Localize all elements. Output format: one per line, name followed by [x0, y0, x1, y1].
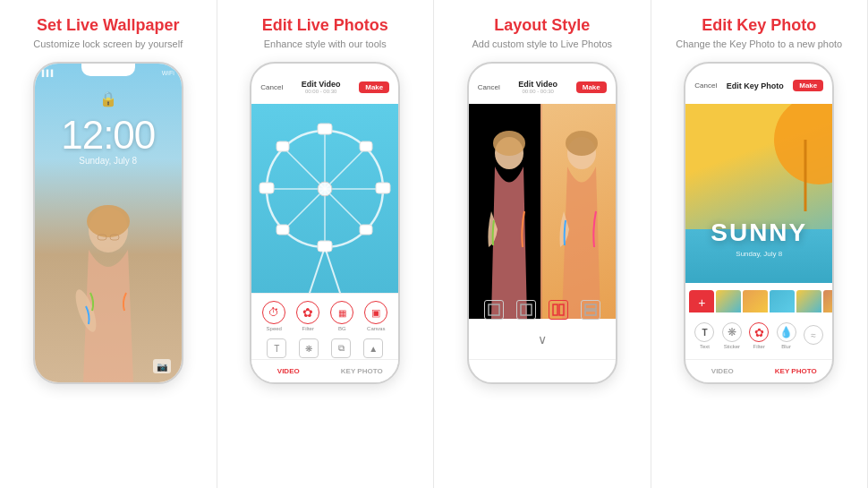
girl-right	[542, 104, 616, 319]
svg-rect-14	[376, 183, 390, 193]
svg-rect-15	[277, 141, 289, 151]
photo-thumb-2[interactable]	[743, 290, 768, 315]
svg-rect-11	[318, 124, 332, 134]
sticker-tool-2[interactable]: ❋	[299, 338, 319, 358]
toolbar-row2-2: T ❋ ⧉ ▲	[251, 335, 398, 362]
svg-point-33	[770, 104, 832, 201]
nav-cancel-3[interactable]: Cancel	[478, 83, 500, 91]
split-screen-3	[469, 104, 616, 319]
filter-icon: ✿	[296, 301, 319, 324]
phone-notch-4	[732, 64, 786, 76]
panel4-title: Edit Key Photo	[702, 16, 816, 35]
layout-opt-2[interactable]	[516, 300, 536, 320]
bg-tool[interactable]: ▦ BG	[330, 301, 353, 331]
blur-tool-4[interactable]: 💧 Blur	[777, 322, 796, 349]
wave-icon-4: ≈	[804, 325, 823, 345]
layout-opt-3[interactable]	[549, 300, 568, 320]
nav-bar-2: Cancel Edit Video 00:00 - 00:30 Make	[251, 80, 398, 94]
photo-thumb-5[interactable]	[823, 290, 834, 315]
panel2-title: Edit Live Photos	[262, 16, 388, 35]
key-photo-bg: SUNNY Sunday, July 8	[685, 104, 832, 283]
panel2-subtitle: Enhance style with our tools	[264, 39, 387, 49]
girl-left	[469, 104, 540, 319]
nav-title-2: Edit Video	[302, 80, 341, 89]
blur-icon-4: 💧	[777, 322, 796, 342]
svg-point-23	[493, 131, 525, 156]
filter-label-4: Filter	[753, 344, 765, 349]
speed-icon: ⏱	[262, 301, 285, 324]
panel3-title: Layout Style	[494, 16, 590, 35]
nav-make-3[interactable]: Make	[576, 81, 607, 93]
filter-label: Filter	[302, 326, 314, 331]
layout-options-3	[469, 300, 616, 320]
toolbar-icons-2: ⏱ Speed ✿ Filter ▦ BG ▣ Canvas	[251, 294, 398, 335]
svg-point-10	[318, 182, 332, 196]
ferris-wheel-svg	[253, 104, 396, 301]
speed-tool[interactable]: ⏱ Speed	[262, 301, 285, 331]
sunny-date: Sunday, July 8	[685, 250, 832, 258]
bottom-toolbar-2: ⏱ Speed ✿ Filter ▦ BG ▣ Canvas T ❋	[251, 293, 398, 382]
svg-rect-17	[360, 141, 372, 151]
svg-point-25	[566, 131, 598, 156]
layout-opt-4[interactable]	[581, 300, 600, 320]
phone-frame-4: Cancel Edit Key Photo Make SUNNY Sunday,…	[684, 62, 834, 384]
tab-keyphoto-4[interactable]: KEY PHOTO	[759, 360, 832, 382]
add-photo-btn[interactable]: +	[689, 290, 714, 315]
bg-label: BG	[338, 326, 346, 331]
text-label-4: Text	[700, 344, 710, 349]
svg-rect-12	[318, 241, 332, 252]
nav-make-4[interactable]: Make	[793, 80, 823, 91]
svg-rect-31	[585, 304, 596, 309]
panel-set-live-wallpaper: Set Live Wallpaper Customize lock screen…	[0, 0, 217, 488]
tab-video-4[interactable]: VIDEO	[685, 360, 759, 382]
tab-bar-3	[469, 359, 616, 382]
panel3-subtitle: Add custom style to Live Photos	[472, 39, 612, 49]
svg-rect-16	[360, 225, 372, 235]
nav-make-2[interactable]: Make	[359, 81, 389, 93]
chevron-down-icon[interactable]: ∨	[538, 332, 547, 347]
lock-date: Sunday, July 8	[35, 156, 182, 166]
camera-icon: 📷	[153, 359, 171, 373]
sticker-tool-4[interactable]: ❋ Sticker	[722, 322, 742, 349]
phone-notch-1	[81, 64, 135, 76]
panel4-toolbar: T Text ❋ Sticker ✿ Filter 💧 Blur ≈	[685, 312, 832, 359]
svg-rect-29	[553, 304, 557, 315]
lock-icon: 🔒	[35, 90, 182, 107]
nav-title-4: Edit Key Photo	[727, 81, 784, 90]
wallpaper-bg: 🔒 12:00 Sunday, July 8	[35, 64, 182, 382]
nav-cancel-4[interactable]: Cancel	[694, 81, 717, 90]
photo-thumb-3[interactable]	[770, 290, 795, 315]
sticker-label-4: Sticker	[724, 344, 740, 349]
signal-icon: ▌▌▌	[42, 70, 55, 76]
copy-tool-2[interactable]: ⧉	[331, 338, 351, 358]
tab-bar-4: VIDEO KEY PHOTO	[685, 359, 832, 382]
text-tool-2[interactable]: T	[267, 338, 286, 358]
photo-thumb-1[interactable]	[716, 290, 741, 315]
filter-tool-4[interactable]: ✿ Filter	[749, 322, 769, 349]
canvas-tool[interactable]: ▣ Canvas	[364, 301, 387, 331]
wifi-icon: WiFi	[162, 70, 174, 76]
nav-cancel-2[interactable]: Cancel	[260, 83, 283, 91]
sticker-icon-4: ❋	[722, 322, 742, 342]
canvas-label: Canvas	[367, 326, 385, 331]
svg-rect-13	[260, 183, 274, 193]
nav-center-4: Edit Key Photo	[727, 81, 784, 90]
status-icons: WiFi	[162, 70, 174, 76]
panel1-title: Set Live Wallpaper	[37, 16, 179, 35]
ferris-wheel-bg	[251, 104, 398, 319]
layout-opt-1[interactable]	[484, 300, 504, 320]
filter-tool[interactable]: ✿ Filter	[296, 301, 319, 331]
chart-tool-2[interactable]: ▲	[363, 338, 383, 358]
phone-notch-2	[298, 64, 352, 76]
sunny-text: SUNNY	[685, 218, 832, 247]
tab-keyphoto-2[interactable]: KEY PHOTO	[325, 360, 398, 382]
tab-video-2[interactable]: VIDEO	[251, 360, 325, 382]
panel4-subtitle: Change the Key Photo to a new photo	[676, 39, 842, 49]
wave-tool-4[interactable]: ≈	[804, 325, 823, 347]
nav-title-3: Edit Video	[518, 80, 557, 89]
phone-frame-1: ▌▌▌ WiFi 🔒 12:00 Sunday, July 8	[33, 62, 183, 384]
bg-icon: ▦	[330, 301, 353, 324]
nav-bar-3: Cancel Edit Video 00:00 - 00:30 Make	[469, 80, 616, 94]
text-tool-4[interactable]: T Text	[694, 322, 714, 349]
photo-thumb-4[interactable]	[796, 290, 821, 315]
